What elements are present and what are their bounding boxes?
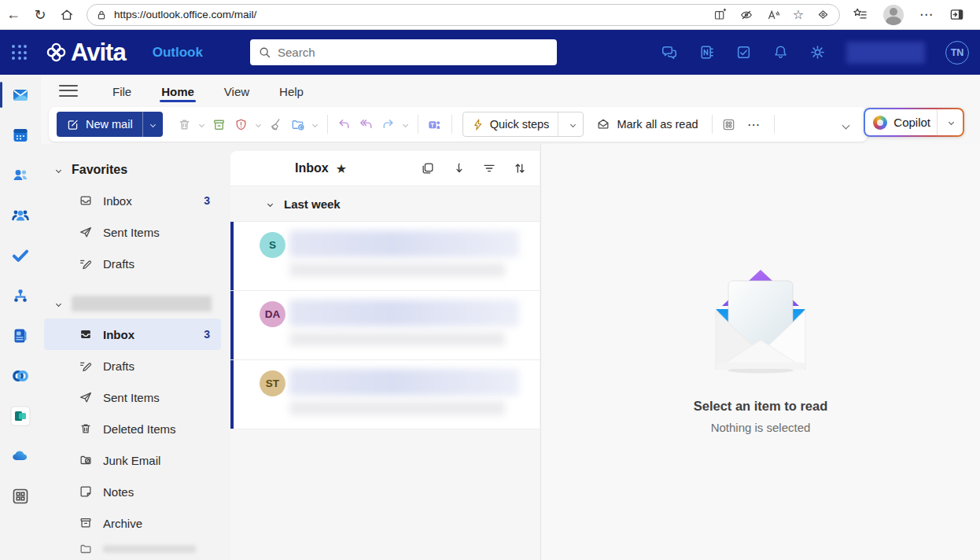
share-to-teams-button[interactable] bbox=[424, 112, 446, 137]
folder-archive[interactable]: Archive bbox=[44, 507, 221, 539]
tab-help[interactable]: Help bbox=[270, 79, 313, 103]
account-collapse-icon[interactable] bbox=[56, 300, 61, 306]
org-logo-text: Avita bbox=[71, 39, 126, 67]
reply-button[interactable] bbox=[333, 112, 356, 137]
search-bar[interactable] bbox=[250, 39, 557, 65]
tab-home[interactable]: Home bbox=[152, 79, 204, 103]
quick-steps-dropdown[interactable] bbox=[564, 123, 581, 127]
hidden-eye-icon[interactable] bbox=[739, 8, 753, 22]
search-input[interactable] bbox=[278, 46, 549, 59]
group-header-last-week[interactable]: Last week bbox=[230, 186, 540, 222]
message-row[interactable]: DA bbox=[230, 291, 540, 360]
rail-engage-button[interactable] bbox=[0, 356, 41, 396]
account-section-header[interactable] bbox=[41, 289, 230, 319]
delete-dropdown[interactable] bbox=[196, 123, 208, 127]
folder-notes[interactable]: Notes bbox=[44, 476, 221, 507]
account-avatar[interactable]: TN bbox=[945, 41, 969, 64]
address-bar[interactable]: https://outlook.office.com/mail/ ☆ bbox=[87, 4, 840, 26]
copilot-button[interactable]: Copilot bbox=[864, 108, 964, 137]
rail-newsletters-button[interactable] bbox=[0, 315, 41, 356]
archive-button[interactable] bbox=[208, 112, 230, 137]
folder-sent[interactable]: Sent Items bbox=[44, 381, 221, 413]
forward-dropdown[interactable] bbox=[400, 123, 412, 127]
favorite-folder-drafts[interactable]: Drafts bbox=[44, 248, 221, 279]
message-row[interactable]: S bbox=[230, 222, 540, 291]
favorites-section-header[interactable]: Favorites bbox=[41, 155, 230, 185]
sender-avatar[interactable]: DA bbox=[260, 301, 286, 327]
sender-avatar[interactable]: ST bbox=[260, 370, 286, 396]
notifications-bell-icon[interactable] bbox=[772, 44, 789, 61]
browser-menu-icon[interactable]: ⋯ bbox=[919, 6, 934, 23]
browser-back-button[interactable]: ← bbox=[0, 3, 27, 27]
browser-refresh-button[interactable]: ↻ bbox=[27, 3, 53, 27]
rail-more-apps-button[interactable] bbox=[0, 476, 41, 516]
favorites-collapse-icon[interactable] bbox=[56, 167, 61, 172]
teams-chat-icon[interactable] bbox=[661, 44, 678, 61]
compose-icon bbox=[66, 118, 79, 131]
app-launcher-icon[interactable] bbox=[12, 45, 27, 60]
copilot-label: Copilot bbox=[893, 116, 930, 129]
more-apps-grid-icon bbox=[11, 487, 30, 506]
folder-partial[interactable] bbox=[44, 539, 221, 559]
sender-avatar[interactable]: S bbox=[260, 232, 286, 258]
tab-view[interactable]: View bbox=[215, 79, 259, 103]
rail-pinned-app-button[interactable] bbox=[0, 396, 41, 436]
folder-drafts[interactable]: Drafts bbox=[44, 350, 221, 381]
folder-label: Inbox bbox=[103, 194, 132, 208]
favorites-list-icon[interactable] bbox=[853, 7, 868, 22]
new-mail-dropdown[interactable] bbox=[142, 112, 163, 137]
folder-label: Notes bbox=[103, 485, 134, 499]
group-collapse-icon[interactable] bbox=[267, 201, 273, 206]
folder-inbox[interactable]: Inbox 3 bbox=[44, 319, 221, 350]
rail-calendar-button[interactable] bbox=[0, 115, 41, 155]
favorite-folder-sent[interactable]: Sent Items bbox=[44, 216, 221, 248]
folder-icon bbox=[79, 542, 93, 556]
rail-groups-button[interactable] bbox=[0, 195, 41, 235]
settings-gear-icon[interactable] bbox=[809, 44, 826, 61]
view-tiles-button[interactable] bbox=[718, 112, 740, 137]
split-screen-icon[interactable] bbox=[713, 8, 727, 21]
todo-tasks-icon[interactable] bbox=[735, 44, 752, 61]
rail-people-button[interactable] bbox=[0, 155, 41, 195]
rail-todo-button[interactable] bbox=[0, 235, 41, 275]
sweep-button[interactable] bbox=[265, 112, 287, 137]
move-to-button[interactable] bbox=[287, 112, 309, 137]
message-row[interactable]: ST bbox=[230, 360, 540, 429]
archive-icon bbox=[79, 516, 93, 530]
rail-org-explorer-button[interactable] bbox=[0, 275, 41, 315]
favorite-star-icon[interactable]: ☆ bbox=[793, 7, 804, 22]
folder-pane-toggle-icon[interactable] bbox=[59, 81, 78, 100]
folder-junk[interactable]: Junk Email bbox=[44, 444, 221, 476]
onenote-icon[interactable] bbox=[698, 44, 715, 61]
favorite-folder-inbox[interactable]: Inbox 3 bbox=[44, 185, 221, 216]
new-mail-split-button[interactable]: New mail bbox=[57, 112, 163, 137]
browser-home-button[interactable] bbox=[53, 3, 80, 27]
ribbon-collapse-button[interactable] bbox=[843, 117, 849, 131]
reply-all-button[interactable] bbox=[356, 112, 378, 137]
browser-profile-avatar[interactable] bbox=[883, 5, 904, 25]
select-messages-icon[interactable] bbox=[421, 161, 435, 175]
sort-icon[interactable] bbox=[513, 161, 527, 175]
move-down-icon[interactable] bbox=[451, 161, 466, 175]
favorite-star-filled-icon[interactable]: ★ bbox=[336, 161, 347, 176]
more-options-button[interactable]: ⋯ bbox=[740, 112, 768, 137]
delete-button[interactable] bbox=[174, 112, 196, 137]
account-name-redacted bbox=[846, 42, 925, 64]
tab-file[interactable]: File bbox=[103, 79, 141, 103]
filter-icon[interactable] bbox=[482, 161, 496, 175]
edge-sidebar-icon[interactable] bbox=[949, 7, 964, 22]
rail-onedrive-button[interactable] bbox=[0, 436, 41, 476]
org-logo: Avita bbox=[46, 39, 126, 67]
report-dropdown[interactable] bbox=[252, 123, 265, 127]
mark-all-read-button[interactable]: Mark all as read bbox=[588, 112, 706, 137]
read-aloud-icon[interactable] bbox=[766, 8, 780, 22]
collections-eye-icon[interactable] bbox=[816, 8, 830, 21]
move-to-dropdown[interactable] bbox=[309, 123, 322, 127]
quick-steps-button[interactable]: Quick steps bbox=[462, 112, 584, 137]
report-button[interactable] bbox=[230, 112, 252, 137]
rail-mail-button[interactable] bbox=[0, 75, 41, 115]
forward-button[interactable] bbox=[378, 112, 400, 137]
folder-deleted[interactable]: Deleted Items bbox=[44, 413, 221, 444]
folder-label: Sent Items bbox=[103, 226, 160, 239]
copilot-dropdown[interactable] bbox=[944, 120, 958, 124]
